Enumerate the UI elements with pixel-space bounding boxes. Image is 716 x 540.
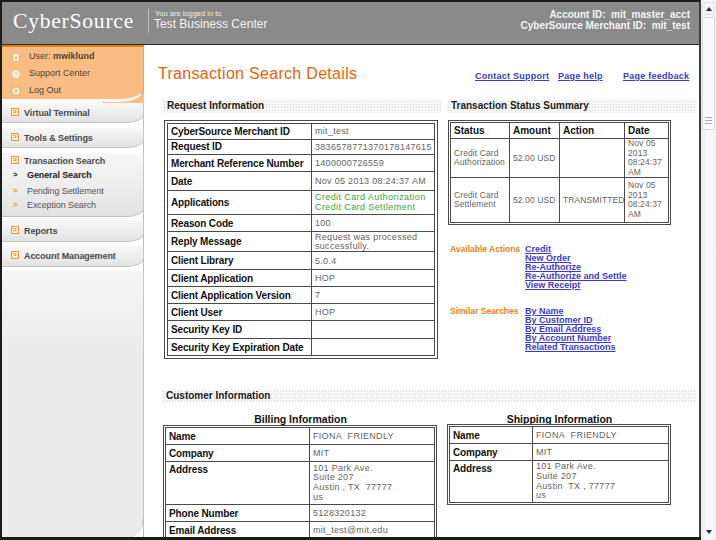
svg-text:?: ?: [14, 71, 18, 78]
